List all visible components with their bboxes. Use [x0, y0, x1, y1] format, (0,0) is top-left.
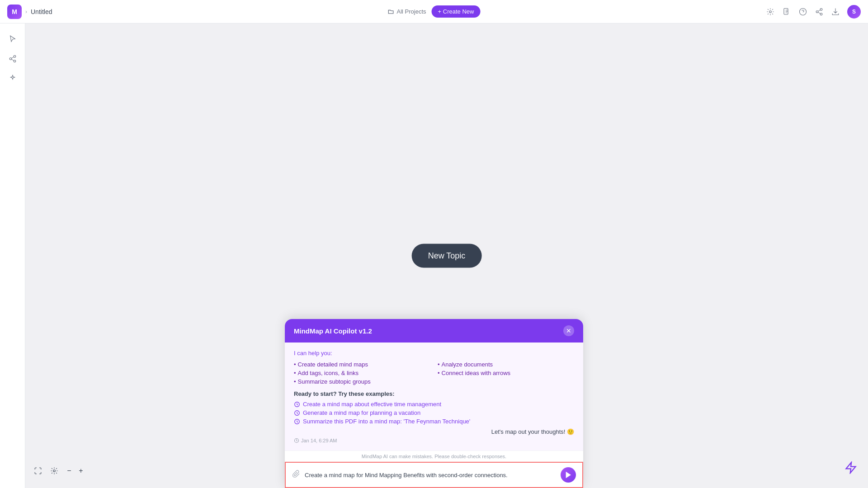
svg-point-6 — [14, 56, 16, 58]
attach-icon[interactable] — [292, 470, 300, 480]
map-out-text: Let's map out your thoughts! 🙂 — [294, 428, 574, 435]
example-item-2[interactable]: Generate a mind map for planning a vacat… — [294, 409, 574, 416]
bottom-settings-icon[interactable] — [48, 465, 61, 477]
features-grid: Create detailed mind maps Analyze docume… — [294, 361, 574, 385]
app-logo[interactable]: M — [7, 5, 22, 19]
feature-item-1: Create detailed mind maps — [294, 361, 430, 368]
feature-item-3: Summarize subtopic groups — [294, 378, 430, 385]
svg-point-9 — [53, 470, 56, 472]
header-right: S — [766, 5, 861, 19]
help-icon[interactable] — [798, 7, 807, 16]
example-icon-2 — [294, 410, 300, 416]
share-icon[interactable] — [815, 7, 824, 16]
clock-icon — [294, 438, 299, 443]
copilot-panel: MindMap AI Copilot v1.2 ✕ I can help you… — [285, 319, 583, 488]
copilot-title: MindMap AI Copilot v1.2 — [294, 327, 372, 335]
sidebar-sparkle-icon[interactable] — [5, 70, 21, 87]
timestamp-text: Jan 14, 6:29 AM — [301, 438, 337, 443]
feature-item-5: Connect ideas with arrows — [438, 370, 574, 376]
example-icon-3 — [294, 418, 300, 425]
copilot-input-area — [285, 462, 583, 488]
breadcrumb-title: Untitled — [31, 8, 52, 15]
examples-title: Ready to start? Try these examples: — [294, 390, 574, 397]
svg-point-0 — [769, 10, 772, 13]
copilot-intro: I can help you: — [294, 350, 574, 357]
sidebar-select-icon[interactable] — [5, 31, 21, 47]
download-icon[interactable] — [831, 7, 840, 16]
header: M › Untitled All Projects + Create New — [0, 0, 868, 23]
sidebar-share-icon[interactable] — [5, 51, 21, 67]
send-button[interactable] — [561, 467, 576, 483]
svg-point-8 — [14, 60, 16, 62]
timestamp: Jan 14, 6:29 AM — [294, 438, 574, 443]
sidebar — [0, 23, 25, 488]
bottom-tools: − + — [32, 465, 86, 477]
disclaimer: MindMap AI can make mistakes. Please dou… — [285, 450, 583, 462]
all-projects-link[interactable]: All Projects — [388, 8, 426, 15]
settings-icon[interactable] — [766, 7, 775, 16]
svg-point-4 — [816, 10, 818, 13]
new-topic-button[interactable]: New Topic — [412, 244, 482, 268]
zoom-in-button[interactable]: + — [76, 466, 86, 476]
svg-point-5 — [820, 13, 822, 15]
svg-point-2 — [800, 8, 807, 15]
svg-point-3 — [820, 8, 822, 10]
copilot-header: MindMap AI Copilot v1.2 ✕ — [285, 319, 583, 343]
svg-marker-14 — [566, 472, 570, 478]
all-projects-label: All Projects — [397, 8, 426, 15]
zoom-out-button[interactable]: − — [64, 466, 74, 476]
folder-icon — [388, 9, 394, 15]
avatar[interactable]: S — [847, 5, 861, 19]
example-icon-1 — [294, 401, 300, 408]
examples-section: Ready to start? Try these examples: Crea… — [294, 390, 574, 425]
copilot-close-button[interactable]: ✕ — [563, 325, 574, 336]
create-new-button[interactable]: + Create New — [432, 5, 481, 18]
zoom-controls: − + — [64, 466, 86, 476]
example-item-1[interactable]: Create a mind map about effective time m… — [294, 401, 574, 408]
expand-icon[interactable] — [32, 465, 44, 477]
send-icon — [565, 471, 572, 479]
copilot-body: I can help you: Create detailed mind map… — [285, 343, 583, 450]
svg-point-7 — [9, 58, 12, 60]
header-center: All Projects + Create New — [388, 5, 481, 18]
lightning-icon[interactable] — [844, 461, 857, 477]
file-icon[interactable] — [782, 7, 791, 16]
example-item-3[interactable]: Summarize this PDF into a mind map: 'The… — [294, 418, 574, 425]
copilot-input[interactable] — [305, 472, 556, 479]
breadcrumb-arrow: › — [25, 9, 27, 15]
header-left: M › Untitled — [7, 5, 52, 19]
feature-item-4: Analyze documents — [438, 361, 574, 368]
feature-item-2: Add tags, icons, & links — [294, 370, 430, 376]
